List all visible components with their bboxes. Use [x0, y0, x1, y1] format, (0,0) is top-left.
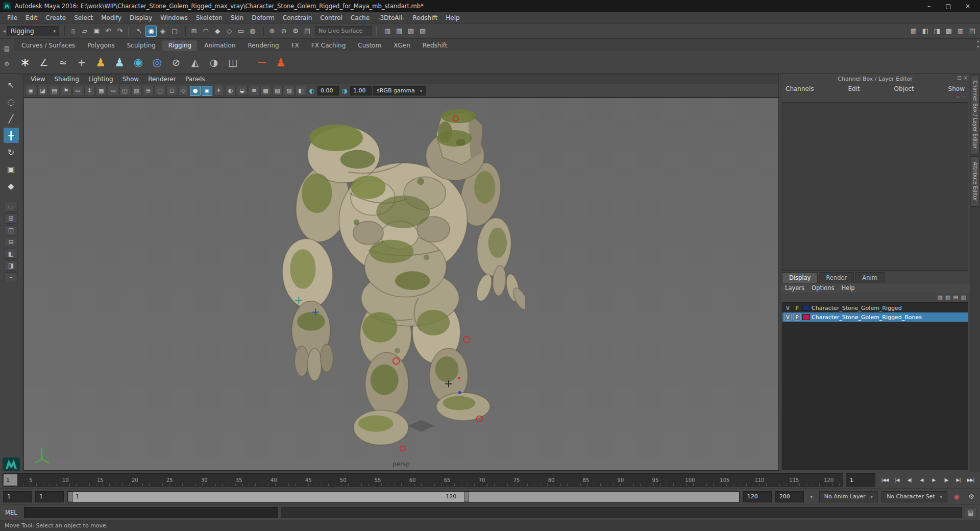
menu-item[interactable]: Skeleton [192, 13, 227, 23]
layer-editor-tab[interactable]: Render [819, 272, 854, 283]
multisample-aa-icon[interactable]: ▩ [260, 86, 271, 96]
image-plane-icon[interactable]: ▭ [72, 86, 83, 96]
toolbar-grip[interactable] [183, 26, 186, 36]
detach-skin-icon[interactable]: ⊘ [167, 54, 185, 71]
command-input[interactable] [24, 507, 278, 518]
shelf-tab[interactable]: Custom [352, 40, 387, 51]
humanik-toggle-icon[interactable]: ◨ [932, 26, 943, 37]
lasso-tool-icon[interactable]: ◌ [4, 94, 19, 109]
save-scene-icon[interactable]: ▣ [91, 26, 102, 37]
character-set-select[interactable]: No Character Set ▾ [881, 491, 947, 502]
stone-golem-model[interactable] [281, 106, 526, 455]
shaded-mode-icon[interactable]: ● [190, 86, 201, 96]
close-button[interactable]: × [959, 1, 977, 11]
render-current-frame-icon[interactable]: ▦ [394, 26, 405, 37]
perspective-viewport[interactable]: persp [23, 98, 779, 471]
new-scene-icon[interactable]: ▯ [67, 26, 79, 37]
snap-to-points-icon[interactable]: ◆ [212, 26, 223, 37]
menu-item[interactable]: Constrain [279, 13, 316, 23]
shelf-tab[interactable]: Redshift [416, 40, 454, 51]
paint-skin-weights-icon[interactable]: ◭ [186, 54, 204, 71]
paint-select-tool-icon[interactable]: ╱ [4, 111, 19, 126]
open-render-view-icon[interactable]: ▥ [382, 26, 393, 37]
channel-box-toggle-icon[interactable]: ▤ [967, 26, 978, 37]
render-settings-icon[interactable]: ▨ [417, 26, 428, 37]
create-character-icon[interactable]: ♟ [92, 54, 109, 71]
exposure-field[interactable]: 0.00 [317, 86, 339, 95]
layer-playback-toggle[interactable]: P [793, 313, 801, 321]
layer-editor-menu-item[interactable]: Layers [785, 284, 804, 292]
channel-list-area[interactable] [782, 102, 968, 271]
safe-title-icon[interactable]: ◻ [166, 86, 177, 96]
define-character-icon[interactable]: ♟ [111, 54, 128, 71]
select-component-mode-icon[interactable]: ◈ [157, 26, 168, 37]
modeling-toolkit-toggle-icon[interactable]: ◧ [920, 26, 931, 37]
snap-to-view-planes-icon[interactable]: ▭ [235, 26, 247, 37]
shelf-scroll-up-icon[interactable]: ▴ [977, 39, 979, 43]
camera-attributes-icon[interactable]: ▤ [49, 86, 60, 96]
keyable-attributes-icon[interactable]: ▤ [302, 26, 313, 37]
copy-skin-weights-icon[interactable]: ◫ [224, 54, 241, 71]
current-frame-field[interactable]: 1 [846, 473, 875, 487]
wireframe-mode-icon[interactable]: ◇ [178, 86, 189, 96]
persp-outliner-layout-icon[interactable]: ◧ [5, 249, 18, 259]
collapse-layouts-icon[interactable]: – [5, 272, 18, 282]
panel-menu-item[interactable]: View [26, 75, 50, 84]
layer-color-swatch[interactable] [802, 305, 810, 311]
snap-to-curves-icon[interactable]: ◠ [200, 26, 211, 37]
shelf-tab[interactable]: Rendering [241, 40, 285, 51]
tab-channel-box-layer-editor[interactable]: Channel Box / Layer Editor [971, 75, 979, 154]
play-backwards-button[interactable]: ◀ [916, 474, 927, 486]
step-back-frame-button[interactable]: ◀| [903, 474, 915, 486]
layer-row[interactable]: V P Character_Stone_Golem_Rigged [782, 303, 968, 312]
menu-item[interactable]: Edit [21, 13, 41, 23]
redo-icon[interactable]: ↷ [114, 26, 126, 37]
move-layer-down-icon[interactable]: ▨ [945, 294, 950, 301]
two-pane-stacked-layout-icon[interactable]: ⊟ [5, 237, 18, 247]
toolbar-grip[interactable] [376, 26, 379, 36]
menu-item[interactable]: Display [126, 13, 156, 23]
shelf-scroll-down-icon[interactable]: ▾ [977, 44, 979, 49]
four-pane-layout-icon[interactable]: ⊞ [5, 213, 18, 224]
animation-start-field[interactable]: 1 [3, 491, 32, 502]
channel-slider-speed-icon[interactable]: ∼ [956, 94, 960, 101]
channel-box-menu-item[interactable]: Object [894, 85, 914, 92]
step-forward-key-button[interactable]: ▶| [952, 474, 964, 486]
panel-menu-item[interactable]: Show [118, 75, 143, 84]
outputs-operations-icon[interactable]: ⊖ [278, 26, 289, 37]
range-start-handle[interactable] [68, 492, 73, 502]
new-empty-layer-icon[interactable]: ▤ [953, 294, 958, 301]
select-object-mode-icon[interactable]: ◉ [145, 26, 157, 37]
bookmarks-icon[interactable]: ⚑ [61, 86, 71, 96]
new-layer-from-selected-icon[interactable]: ▥ [961, 294, 966, 301]
last-tool-icon[interactable]: ◆ [4, 178, 19, 194]
humanik-window-icon[interactable]: ♟ [272, 54, 289, 71]
gate-mask-icon[interactable]: ▥ [131, 86, 142, 96]
range-slider-bar[interactable]: 1 120 [67, 491, 740, 502]
layer-row[interactable]: V P Character_Stone_Golem_Rigged_Bones [782, 312, 968, 322]
layer-visibility-toggle[interactable]: V [784, 304, 792, 311]
channel-box-menu-item[interactable]: Channels [786, 85, 814, 92]
toolbar-grip[interactable] [62, 26, 65, 36]
screen-space-ao-icon[interactable]: ◒ [237, 86, 248, 96]
range-slider-inner[interactable] [68, 492, 469, 502]
layer-color-swatch[interactable] [802, 314, 810, 320]
shelf-tab[interactable]: Rigging [162, 40, 198, 51]
open-scene-icon[interactable]: ▱ [79, 26, 90, 37]
select-hierarchy-mode-icon[interactable]: ↖ [134, 26, 145, 37]
playback-start-field[interactable]: 1 [35, 491, 64, 502]
play-forwards-button[interactable]: ▶ [928, 474, 940, 486]
grid-toggle-icon[interactable]: ▦ [908, 26, 919, 37]
animation-preferences-icon[interactable]: ⚙ [966, 491, 977, 502]
tool-settings-toggle-icon[interactable]: ▩ [943, 26, 954, 37]
close-channel-box-icon[interactable]: × [964, 75, 968, 81]
single-pane-layout-icon[interactable]: ▭ [5, 202, 18, 212]
move-tool-icon[interactable]: ╋ [4, 128, 19, 143]
step-back-key-button[interactable]: |◀ [891, 474, 903, 486]
menu-item[interactable]: Skin [227, 13, 248, 23]
panel-menu-item[interactable]: Renderer [143, 75, 181, 84]
undo-icon[interactable]: ↶ [103, 26, 114, 37]
channel-box-menu-item[interactable]: Edit [848, 85, 860, 92]
hypershade-persp-layout-icon[interactable]: ◨ [5, 260, 18, 271]
command-language-toggle[interactable]: MEL [3, 509, 21, 516]
